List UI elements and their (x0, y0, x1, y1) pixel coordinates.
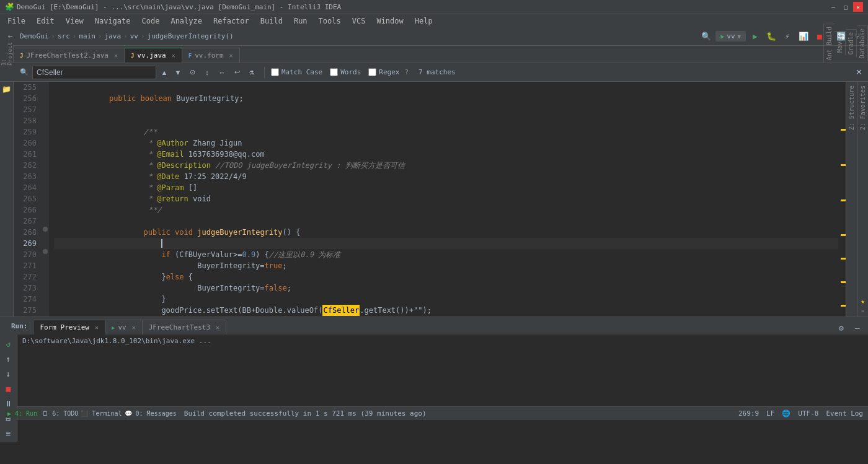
tab-vv-form[interactable]: F vv.form ✕ (182, 48, 240, 63)
bottom-tab-form-preview[interactable]: Form Preview ✕ (34, 320, 106, 335)
messages-status-item[interactable]: 💬 0: Messages (125, 410, 177, 417)
search-help-button[interactable]: ? (404, 68, 409, 76)
breadcrumb-demogui[interactable]: DemoGui (20, 32, 48, 40)
menu-build[interactable]: Build (255, 15, 288, 27)
menu-view[interactable]: View (61, 15, 89, 27)
favorites-panel: 2: Favorites ★ » (857, 82, 868, 317)
run-button[interactable]: ▶ (748, 30, 762, 43)
search-opt3-button[interactable]: ↔ (216, 66, 228, 79)
bottom-tab-jfreecharttest3[interactable]: JFreeChartTest3 ✕ (143, 320, 226, 335)
breadcrumb-method[interactable]: judgeBuyerIntegrity() (148, 32, 234, 40)
run-with-coverage-icon[interactable]: ⚡ (781, 30, 794, 43)
bottom-tabs-bar: Run: Form Preview ✕ ▶ vv ✕ JFreeChartTes… (0, 317, 868, 335)
search-filter-button[interactable]: ⚗ (246, 66, 258, 79)
line-num-268: 268 (14, 227, 42, 238)
stop-run-button[interactable]: ■ (2, 382, 16, 395)
line-num-262: 262 (14, 160, 42, 171)
code-line-270: if (CfBUyerValur>=0.9) {//这里以0.9 为标准 (54, 249, 838, 260)
code-line-272: }else { (54, 271, 838, 282)
search-find-usages-button[interactable]: ⊙ (186, 66, 198, 79)
maximize-button[interactable]: □ (841, 2, 851, 12)
folder-icon[interactable]: 📁 (2, 84, 12, 94)
maven-tab[interactable]: Maven (835, 31, 846, 55)
menu-code[interactable]: Code (137, 15, 165, 27)
minimize-button[interactable]: — (828, 2, 838, 12)
code-line-258 (54, 115, 838, 126)
search-next-button[interactable]: ▼ (172, 67, 184, 78)
bottom-tab-vv[interactable]: ▶ vv ✕ (105, 320, 143, 335)
menu-run[interactable]: Run (289, 15, 312, 27)
settings-run-button[interactable]: ≡ (2, 426, 16, 440)
match-case-checkbox[interactable] (271, 68, 279, 76)
menu-edit[interactable]: Edit (32, 15, 60, 27)
back-button[interactable]: ← (4, 30, 17, 43)
jfree-close[interactable]: ✕ (216, 324, 219, 331)
todo-status-item[interactable]: 🗒 6: TODO (42, 410, 78, 417)
breadcrumb-main[interactable]: main (79, 32, 95, 40)
regex-label[interactable]: Regex (368, 68, 399, 76)
menu-tools[interactable]: Tools (314, 15, 346, 27)
up-button[interactable]: ↑ (2, 352, 16, 366)
match-case-label[interactable]: Match Case (271, 68, 322, 76)
charset[interactable]: UTF-8 (798, 409, 818, 418)
menu-window[interactable]: Window (371, 15, 408, 27)
expand-icon[interactable]: » (861, 308, 864, 314)
search-prev-button[interactable]: ▲ (159, 67, 170, 78)
terminal-status-item[interactable]: ⬛ Terminal (81, 410, 122, 417)
menu-navigate[interactable]: Navigate (90, 15, 136, 27)
regex-checkbox[interactable] (368, 68, 376, 76)
fold-indicator-270[interactable] (43, 249, 48, 254)
database-tab[interactable]: Database (857, 25, 868, 61)
line-num-275: 275 (14, 305, 42, 316)
menu-file[interactable]: File (2, 15, 30, 27)
search-match-highlight: CfSeller (322, 305, 360, 316)
search-opt4-button[interactable]: ↩ (231, 66, 243, 79)
words-checkbox[interactable] (330, 68, 338, 76)
tab-close-vv-form[interactable]: ✕ (229, 52, 233, 59)
search-close-button[interactable]: ✕ (853, 67, 864, 78)
menu-vcs[interactable]: VCS (347, 15, 371, 27)
menu-help[interactable]: Help (410, 15, 438, 27)
search-opt2-button[interactable]: ↕ (201, 66, 213, 79)
search-everywhere-icon[interactable]: 🔍 (699, 30, 713, 43)
breadcrumb-src[interactable]: src (58, 32, 70, 40)
breadcrumb-java[interactable]: java (105, 32, 122, 40)
code-area[interactable]: public boolean BuyerIntegrity; /** * @Au… (49, 82, 838, 317)
menu-analyze[interactable]: Analyze (166, 15, 207, 27)
line-num-274: 274 (14, 294, 42, 305)
debug-button[interactable]: 🐛 (764, 30, 778, 43)
cursor-position[interactable]: 269:9 (738, 409, 759, 418)
run-status-badge[interactable]: ▶ 4: Run (5, 409, 40, 418)
structure-tab[interactable]: Z: Structure (847, 82, 856, 134)
words-label[interactable]: Words (330, 68, 361, 76)
form-preview-close[interactable]: ✕ (95, 324, 99, 331)
breadcrumb-vv[interactable]: vv (130, 32, 138, 40)
close-button[interactable]: ✕ (853, 2, 863, 12)
tab-vv-java[interactable]: J vv.java ✕ (125, 48, 182, 63)
left-panel-toggle[interactable]: 1: Project (0, 45, 14, 63)
structure-panel: Z: Structure (846, 82, 857, 317)
ant-build-tab[interactable]: Ant Build (824, 24, 835, 63)
tab-jfreecharttest2[interactable]: J JFreeChartTest2.java ✕ (14, 48, 125, 63)
down-button[interactable]: ↓ (2, 367, 16, 380)
tab-close-jfreechart[interactable]: ✕ (114, 52, 118, 59)
event-log[interactable]: Event Log (826, 409, 863, 418)
breadcrumb: DemoGui › src › main › java › vv › judge… (20, 32, 697, 40)
favorites-star-icon[interactable]: ★ (861, 297, 865, 305)
pause-button[interactable]: ⏸ (2, 396, 16, 410)
line-ending[interactable]: LF (766, 409, 774, 418)
bottom-output: D:\software\Java\jdk1.8.0_102\bin\java.e… (17, 335, 868, 442)
gradle-tab[interactable]: Gradle (846, 29, 857, 57)
favorites-tab[interactable]: 2: Favorites (858, 82, 867, 134)
tab-close-vv-java[interactable]: ✕ (172, 52, 175, 59)
rerun-button[interactable]: ↺ (2, 337, 16, 351)
vv-close[interactable]: ✕ (132, 324, 136, 331)
profile-icon[interactable]: 📊 (797, 30, 810, 43)
panel-hide-button[interactable]: — (851, 321, 864, 335)
fold-indicator-268[interactable] (43, 227, 48, 232)
title-bar-controls: — □ ✕ (828, 2, 863, 12)
run-config-selector[interactable]: ▶ vv ▼ (715, 31, 746, 42)
search-input[interactable] (37, 68, 123, 77)
menu-refactor[interactable]: Refactor (208, 15, 254, 27)
panel-settings-button[interactable]: ⚙ (835, 321, 848, 335)
